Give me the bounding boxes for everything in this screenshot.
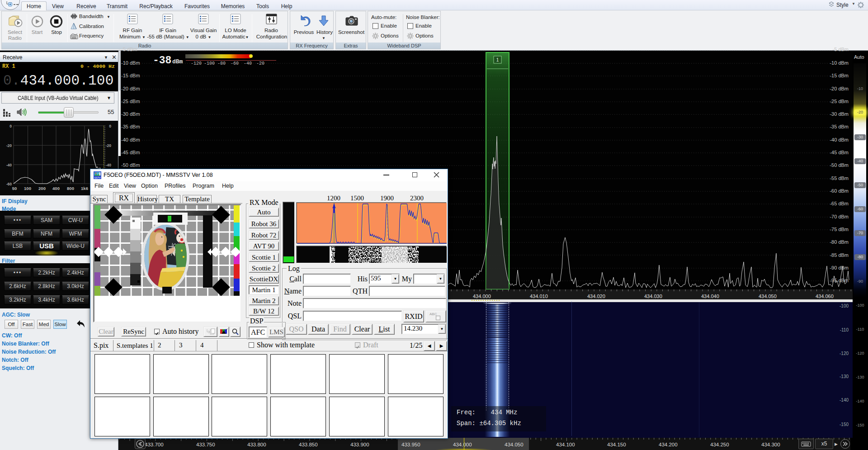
svg-text:50: 50 xyxy=(12,186,17,191)
svg-text:-20: -20 xyxy=(6,143,12,148)
svg-text:SSTV: SSTV xyxy=(94,176,101,179)
svg-text:800: 800 xyxy=(67,186,74,191)
svg-text:-60: -60 xyxy=(6,182,12,186)
svg-text:-20: -20 xyxy=(106,143,112,148)
svg-text:0: 0 xyxy=(109,124,111,128)
svg-text:1: 1 xyxy=(496,57,499,62)
svg-text:400: 400 xyxy=(52,186,60,191)
svg-text:-40: -40 xyxy=(106,163,112,167)
svg-text:0: 0 xyxy=(9,124,12,128)
svg-text:200: 200 xyxy=(38,186,46,191)
svg-text:100: 100 xyxy=(24,186,31,191)
svg-text:1k6: 1k6 xyxy=(81,186,88,191)
svg-text:-40: -40 xyxy=(6,163,12,167)
